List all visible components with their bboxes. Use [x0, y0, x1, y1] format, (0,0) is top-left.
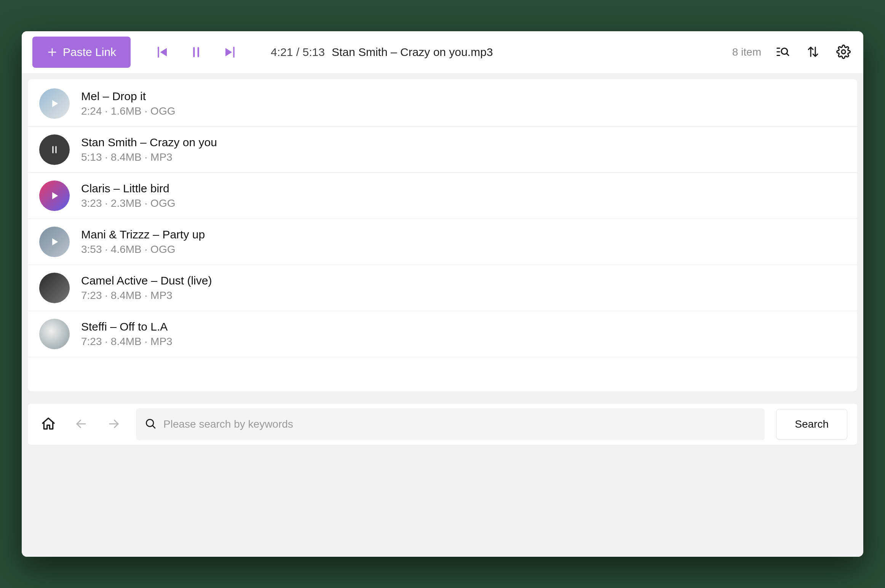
now-playing: 4:21 / 5:13 Stan Smith – Crazy on you.mp…	[271, 46, 493, 59]
pause-icon	[39, 134, 70, 165]
paste-link-label: Paste Link	[63, 46, 116, 59]
track-title: Claris – Little bird	[81, 182, 175, 195]
play-icon	[39, 181, 70, 211]
track-subtitle: 7:23 · 8.4MB · MP3	[81, 336, 173, 348]
search-button[interactable]: Search	[776, 409, 847, 439]
track-meta: Steffi – Off to L.A 7:23 · 8.4MB · MP3	[81, 320, 173, 348]
track-title: Camel Active – Dust (live)	[81, 274, 212, 287]
content-area: Mel – Drop it 2:24 · 1.6MB · OGG Stan Sm…	[22, 73, 863, 557]
track-meta: Stan Smith – Crazy on you 5:13 · 8.4MB ·…	[81, 136, 217, 163]
play-icon	[39, 88, 70, 119]
transport-controls	[146, 35, 246, 69]
track-subtitle: 5:13 · 8.4MB · MP3	[81, 151, 217, 163]
svg-point-1	[842, 50, 845, 53]
track-meta: Camel Active – Dust (live) 7:23 · 8.4MB …	[81, 274, 212, 302]
track-row[interactable]: Camel Active – Dust (live) 7:23 · 8.4MB …	[28, 265, 857, 311]
track-meta: Mel – Drop it 2:24 · 1.6MB · OGG	[81, 90, 175, 117]
plus-icon	[47, 47, 58, 58]
toolbar-right: 8 item	[732, 43, 853, 61]
track-title: Mel – Drop it	[81, 90, 175, 103]
sort-icon	[806, 45, 820, 60]
track-thumbnail[interactable]	[39, 134, 70, 165]
search-icon	[144, 417, 157, 431]
gear-icon	[836, 45, 851, 60]
svg-point-2	[146, 419, 153, 427]
track-title: Stan Smith – Crazy on you	[81, 136, 217, 149]
now-playing-title: Stan Smith – Crazy on you.mp3	[332, 46, 493, 59]
track-thumbnail[interactable]	[39, 227, 70, 257]
track-meta: Claris – Little bird 3:23 · 2.3MB · OGG	[81, 182, 175, 209]
next-track-button[interactable]	[213, 35, 246, 69]
track-subtitle: 2:24 · 1.6MB · OGG	[81, 105, 175, 117]
search-field[interactable]	[136, 408, 765, 440]
skip-forward-icon	[222, 45, 237, 59]
home-icon	[41, 416, 56, 433]
settings-button[interactable]	[834, 43, 853, 61]
filter-list-button[interactable]	[773, 43, 792, 61]
pause-icon	[190, 46, 203, 59]
search-input[interactable]	[163, 418, 756, 430]
track-title: Mani & Trizzz – Party up	[81, 228, 205, 241]
arrow-right-icon	[107, 417, 121, 432]
item-count: 8 item	[732, 46, 761, 58]
track-thumbnail[interactable]	[39, 88, 70, 119]
track-row[interactable]: Claris – Little bird 3:23 · 2.3MB · OGG	[28, 173, 857, 219]
track-row[interactable]: Stan Smith – Crazy on you 5:13 · 8.4MB ·…	[28, 127, 857, 173]
track-list[interactable]: Mel – Drop it 2:24 · 1.6MB · OGG Stan Sm…	[28, 79, 857, 391]
track-meta: Mani & Trizzz – Party up 3:53 · 4.6MB · …	[81, 228, 205, 256]
bottom-bar: Search	[28, 404, 857, 445]
playback-position: 4:21 / 5:13	[271, 46, 325, 59]
forward-button[interactable]	[103, 414, 125, 435]
track-row[interactable]: Mani & Trizzz – Party up 3:53 · 4.6MB · …	[28, 219, 857, 265]
track-row[interactable]: Mel – Drop it 2:24 · 1.6MB · OGG	[28, 79, 857, 127]
sort-button[interactable]	[804, 43, 822, 61]
track-row[interactable]: Steffi – Off to L.A 7:23 · 8.4MB · MP3	[28, 311, 857, 357]
arrow-left-icon	[74, 417, 88, 432]
back-button[interactable]	[70, 414, 92, 435]
track-subtitle: 7:23 · 8.4MB · MP3	[81, 289, 212, 302]
previous-track-button[interactable]	[146, 35, 179, 69]
skip-back-icon	[155, 45, 170, 59]
track-thumbnail[interactable]	[39, 273, 70, 303]
paste-link-button[interactable]: Paste Link	[32, 37, 131, 68]
toolbar: Paste Link 4:21 / 5:13 Stan Smith – C	[22, 31, 863, 73]
play-icon	[39, 227, 70, 257]
app-window: Paste Link 4:21 / 5:13 Stan Smith – C	[22, 31, 863, 557]
play-pause-button[interactable]	[179, 35, 213, 69]
list-search-icon	[775, 45, 790, 60]
track-title: Steffi – Off to L.A	[81, 320, 173, 333]
track-subtitle: 3:53 · 4.6MB · OGG	[81, 243, 205, 256]
track-subtitle: 3:23 · 2.3MB · OGG	[81, 197, 175, 209]
track-thumbnail[interactable]	[39, 319, 70, 349]
track-thumbnail[interactable]	[39, 181, 70, 211]
search-button-label: Search	[795, 418, 829, 430]
home-button[interactable]	[38, 414, 59, 435]
